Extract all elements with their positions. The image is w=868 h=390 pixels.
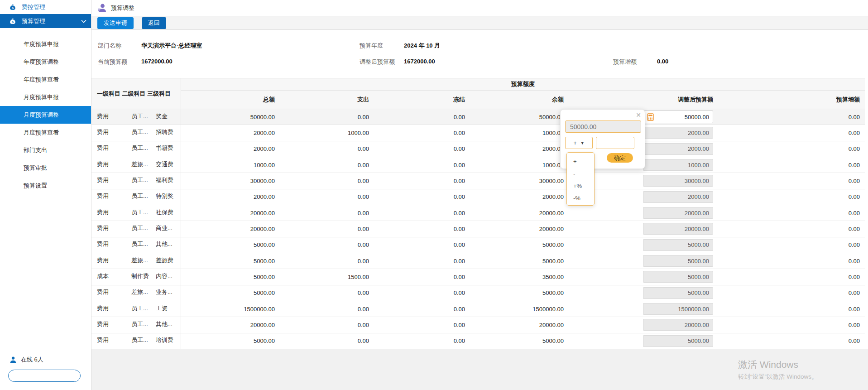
cell-subjects: 费用员工...福利费 <box>91 173 181 189</box>
level2-subject: 员工... <box>131 224 156 232</box>
confirm-button[interactable]: 确定 <box>607 153 633 163</box>
adjusted-budget-input[interactable]: 1500000.00 <box>643 303 713 315</box>
close-icon[interactable]: ✕ <box>636 111 641 119</box>
adjusted-budget-input[interactable]: 1000.00 <box>643 159 713 171</box>
sidebar-subitem[interactable]: 部门支出 <box>0 141 91 159</box>
cell-total: 5000.00 <box>181 285 282 301</box>
cell-spent: 0.00 <box>282 205 376 221</box>
adjusted-budget-input[interactable]: 5000.00 <box>643 271 713 283</box>
adjusted-budget-input[interactable]: 20000.00 <box>643 223 713 235</box>
level2-subject: 差旅... <box>131 288 156 296</box>
sidebar-subitem[interactable]: 月度预算调整 <box>0 106 91 124</box>
adjusted-budget-input[interactable]: 20000.00 <box>643 207 713 219</box>
sidebar-subitem[interactable]: 年度预算调整 <box>0 53 91 71</box>
adjusted-budget-input[interactable]: 20000.00 <box>643 319 713 331</box>
cell-increase: 0.00 <box>719 189 865 205</box>
operator-option[interactable]: -% <box>567 192 594 204</box>
cell-increase: 0.00 <box>719 333 865 349</box>
cell-adjusted: 5000.00 <box>571 269 719 285</box>
adjusted-value: 50000.00 <box>685 114 709 120</box>
level2-subject: 员工... <box>131 192 156 200</box>
adjusted-budget-input[interactable]: 2000.00 <box>643 143 713 155</box>
cell-balance: 20000.00 <box>472 221 571 237</box>
cell-balance: 50000.00 <box>472 109 571 125</box>
sidebar-subitem[interactable]: 预算设置 <box>0 177 91 194</box>
cell-increase: 0.00 <box>719 253 865 269</box>
cell-frozen: 0.00 <box>376 173 472 189</box>
level3-subject: 培训费 <box>156 336 173 344</box>
level2-subject: 员工... <box>131 240 156 248</box>
adjusted-value: 5000.00 <box>688 274 709 280</box>
sidebar-search-input[interactable] <box>9 372 96 379</box>
level1-subject: 费用 <box>97 160 131 169</box>
adjusted-value: 30000.00 <box>685 178 709 184</box>
cell-increase: 0.00 <box>719 237 865 253</box>
adjusted-budget-input[interactable]: 5000.00 <box>643 255 713 267</box>
operator-option[interactable]: + <box>567 155 594 168</box>
back-button[interactable]: 返回 <box>142 17 166 29</box>
cell-spent: 0.00 <box>282 173 376 189</box>
adjusted-budget-input[interactable]: 30000.00 <box>643 175 713 187</box>
adjusted-budget-input[interactable]: 5000.00 <box>643 287 713 299</box>
app-window: $ 费控管理 $ 预算管理 年度预算申报年度预算调整年度预算查看月度预算申报月度… <box>0 0 868 390</box>
cell-balance: 20000.00 <box>472 317 571 333</box>
sidebar-item-expense-control[interactable]: $ 费控管理 <box>0 0 91 14</box>
adjusted-budget-input[interactable]: 50000.00 <box>643 111 713 123</box>
budget-quota-group-header: 预算额度 <box>181 78 865 91</box>
cell-subjects: 费用员工...书籍费 <box>91 141 181 157</box>
cell-subjects: 费用员工...特别奖 <box>91 189 181 205</box>
table-row: 费用员工...书籍费2000.000.000.002000.002000.000… <box>91 141 865 157</box>
chevron-down-icon <box>81 19 86 23</box>
cell-increase: 0.00 <box>719 109 865 125</box>
sidebar-subitem[interactable]: 年度预算申报 <box>0 35 91 53</box>
table-row: 费用员工...奖金50000.000.000.0050000.0050000.0… <box>91 109 865 125</box>
popup-current-value-input[interactable] <box>565 120 641 133</box>
level3-subject: 奖金 <box>156 112 168 120</box>
operator-option[interactable]: +% <box>567 180 594 192</box>
level1-subject: 费用 <box>97 336 131 344</box>
level3-subject: 其他... <box>156 320 173 328</box>
cell-increase: 0.00 <box>719 141 865 157</box>
sidebar-subitem[interactable]: 月度预算申报 <box>0 88 91 106</box>
send-request-button[interactable]: 发送申请 <box>97 17 134 29</box>
cell-subjects: 费用员工...其他... <box>91 237 181 253</box>
current-budget-label: 当前预算额 <box>98 58 127 66</box>
cell-frozen: 0.00 <box>376 333 472 349</box>
budget-increase-label: 预算增额 <box>613 58 637 66</box>
cell-total: 5000.00 <box>181 269 282 285</box>
sidebar-item-budget-management[interactable]: $ 预算管理 <box>0 14 91 28</box>
level2-subject: 差旅... <box>131 160 156 169</box>
sidebar-subitem[interactable]: 月度预算查看 <box>0 124 91 141</box>
operator-option[interactable]: - <box>567 168 594 180</box>
cell-total: 2000.00 <box>181 125 282 141</box>
level1-subject: 费用 <box>97 112 131 120</box>
cell-frozen: 0.00 <box>376 285 472 301</box>
adjust-amount-input[interactable] <box>596 137 634 149</box>
sidebar-subitem[interactable]: 年度预算查看 <box>0 71 91 88</box>
cell-increase: 0.00 <box>719 317 865 333</box>
table-row: 费用员工...特别奖2000.000.000.002000.002000.000… <box>91 189 865 205</box>
cell-subjects: 费用员工...其他... <box>91 317 181 333</box>
adjusted-budget-input[interactable]: 2000.00 <box>643 127 713 139</box>
adjusted-value: 5000.00 <box>688 241 709 248</box>
sidebar-search <box>8 370 81 382</box>
cell-increase: 0.00 <box>719 301 865 317</box>
adjusted-budget-input[interactable]: 2000.00 <box>643 191 713 203</box>
adjusted-budget-input[interactable]: 5000.00 <box>643 335 713 347</box>
cell-frozen: 0.00 <box>376 253 472 269</box>
cell-adjusted: 5000.00 <box>571 285 719 301</box>
cell-balance: 2000.00 <box>472 141 571 157</box>
level2-subject: 员工... <box>131 320 156 328</box>
cell-adjusted: 20000.00 <box>571 221 719 237</box>
cell-subjects: 成本制作费内容... <box>91 269 181 285</box>
svg-text:$: $ <box>12 20 14 24</box>
cell-spent: 0.00 <box>282 157 376 173</box>
cell-balance: 5000.00 <box>472 253 571 269</box>
operator-select[interactable]: + ▼ <box>565 137 593 149</box>
budget-year-label: 预算年度 <box>360 42 383 50</box>
cell-subjects: 费用差旅...交通费 <box>91 157 181 173</box>
subject-column-header: 一级科目 二级科目 三级科目 <box>91 78 181 109</box>
calculator-icon[interactable] <box>647 113 654 121</box>
adjusted-budget-input[interactable]: 5000.00 <box>643 239 713 251</box>
sidebar-subitem[interactable]: 预算审批 <box>0 159 91 177</box>
